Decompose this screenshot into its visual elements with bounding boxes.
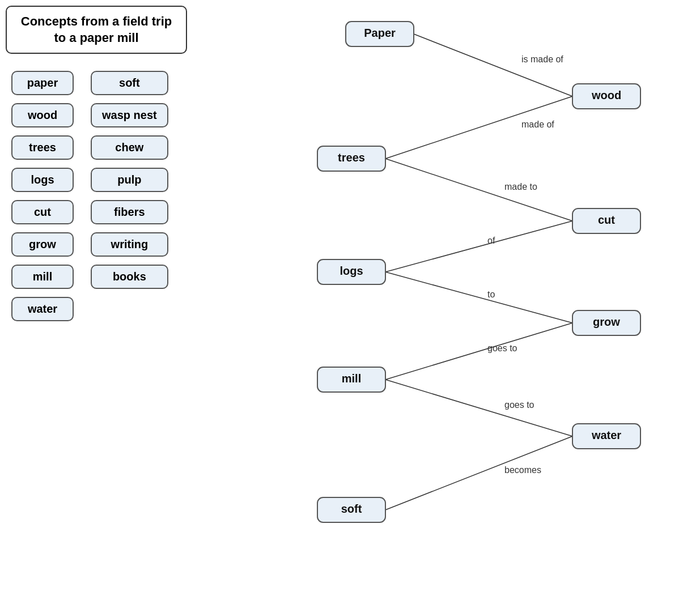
word-chip: wood — [11, 103, 74, 127]
word-chip: chew — [91, 135, 168, 160]
concept-node-label: wood — [591, 89, 621, 101]
concept-link-line — [385, 221, 572, 272]
word-chip: grow — [11, 232, 74, 257]
word-chip: fibers — [91, 200, 168, 224]
concept-link-label: made to — [504, 182, 537, 191]
concept-link-line — [385, 272, 572, 323]
concept-node: grow — [572, 310, 640, 335]
concept-node-label: water — [591, 429, 621, 441]
concept-node: mill — [317, 367, 385, 392]
concept-node-label: grow — [593, 316, 620, 328]
word-chip: writing — [91, 232, 168, 257]
concept-link-label: goes to — [504, 400, 534, 410]
concept-link-line — [414, 34, 572, 96]
word-chip: cut — [11, 200, 74, 224]
concept-node: Paper — [346, 22, 414, 46]
left-panel: Concepts from a field trip to a paper mi… — [6, 6, 255, 321]
concept-node-label: mill — [342, 372, 361, 385]
concept-link-label: made of — [521, 120, 554, 129]
concept-link-label: goes to — [487, 343, 517, 353]
concept-node: cut — [572, 208, 640, 233]
word-chip: trees — [11, 135, 74, 160]
right-word-column: softwasp nestchewpulpfiberswritingbooks — [91, 71, 168, 321]
concept-link-label: becomes — [504, 465, 541, 475]
concept-link-line — [385, 380, 572, 436]
concept-link-label: is made of — [521, 54, 563, 64]
concept-node-label: cut — [598, 214, 615, 226]
concept-node: soft — [317, 497, 385, 522]
word-columns: paperwoodtreeslogscutgrowmillwater softw… — [11, 71, 255, 321]
concept-node-label: Paper — [364, 27, 396, 39]
concept-link-line — [385, 323, 572, 380]
word-chip: mill — [11, 265, 74, 289]
concept-link-line — [385, 436, 572, 510]
concept-link-label: to — [487, 290, 495, 299]
word-chip: books — [91, 265, 168, 289]
concept-node: trees — [317, 146, 385, 171]
concept-node-label: soft — [341, 503, 362, 515]
concept-node: wood — [572, 84, 640, 109]
word-chip: logs — [11, 168, 74, 192]
title-box: Concepts from a field trip to a paper mi… — [6, 6, 187, 54]
concept-link-line — [385, 159, 572, 221]
word-chip: soft — [91, 71, 168, 95]
left-word-column: paperwoodtreeslogscutgrowmillwater — [11, 71, 74, 321]
concept-link-label: of — [487, 236, 495, 245]
word-chip: pulp — [91, 168, 168, 192]
concept-node: water — [572, 424, 640, 449]
concept-node-label: logs — [340, 265, 363, 277]
title-text: Concepts from a field trip to a paper mi… — [21, 14, 172, 45]
concept-map-svg: is made ofmade ofmade tooftogoes togoes … — [266, 6, 691, 589]
concept-node-label: trees — [338, 151, 365, 164]
concept-node: logs — [317, 259, 385, 284]
concept-map-panel: is made ofmade ofmade tooftogoes togoes … — [266, 6, 691, 589]
word-chip: wasp nest — [91, 103, 168, 127]
word-chip: water — [11, 297, 74, 321]
word-chip: paper — [11, 71, 74, 95]
